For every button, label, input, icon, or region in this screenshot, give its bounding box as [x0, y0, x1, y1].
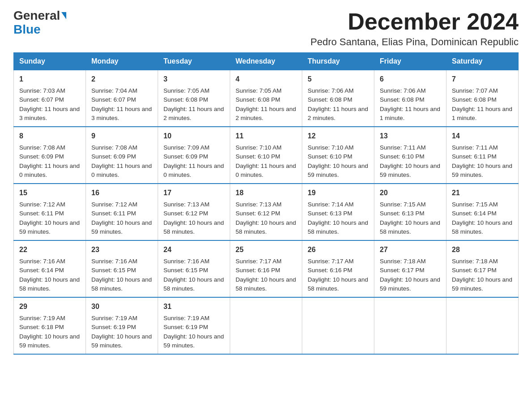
sunset-label: Sunset: 6:17 PM	[380, 267, 425, 274]
day-number: 4	[236, 74, 296, 85]
title-block: December 2024 Pedro Santana, Elias Pina,…	[310, 9, 519, 48]
table-row: 1 Sunrise: 7:03 AM Sunset: 6:07 PM Dayli…	[14, 70, 86, 127]
table-row: 7 Sunrise: 7:07 AM Sunset: 6:08 PM Dayli…	[446, 70, 519, 127]
sunrise-label: Sunrise: 7:18 AM	[452, 258, 498, 265]
sunset-label: Sunset: 6:16 PM	[308, 267, 352, 274]
day-number: 6	[380, 74, 441, 85]
table-row: 19 Sunrise: 7:14 AM Sunset: 6:13 PM Dayl…	[302, 184, 374, 240]
sunset-label: Sunset: 6:11 PM	[91, 210, 136, 217]
day-number: 14	[452, 131, 513, 141]
daylight-label: Daylight: 11 hours and 2 minutes.	[236, 106, 296, 121]
daylight-label: Daylight: 10 hours and 59 minutes.	[91, 219, 152, 235]
day-number: 9	[91, 131, 152, 141]
day-number: 20	[380, 188, 441, 198]
table-row: 24 Sunrise: 7:16 AM Sunset: 6:15 PM Dayl…	[158, 240, 230, 297]
sunrise-label: Sunrise: 7:19 AM	[19, 315, 65, 321]
day-number: 1	[19, 74, 80, 85]
daylight-label: Daylight: 10 hours and 58 minutes.	[308, 219, 368, 235]
table-row: 29 Sunrise: 7:19 AM Sunset: 6:18 PM Dayl…	[14, 297, 86, 354]
day-number: 31	[163, 301, 224, 312]
table-row: 23 Sunrise: 7:16 AM Sunset: 6:15 PM Dayl…	[86, 240, 158, 297]
daylight-label: Daylight: 11 hours and 1 minute.	[380, 106, 440, 121]
sunrise-label: Sunrise: 7:08 AM	[19, 144, 65, 151]
daylight-label: Daylight: 10 hours and 59 minutes.	[19, 219, 80, 235]
table-row: 31 Sunrise: 7:19 AM Sunset: 6:19 PM Dayl…	[158, 297, 230, 354]
table-row: 15 Sunrise: 7:12 AM Sunset: 6:11 PM Dayl…	[14, 184, 86, 240]
table-row: 30 Sunrise: 7:19 AM Sunset: 6:19 PM Dayl…	[86, 297, 158, 354]
sunset-label: Sunset: 6:08 PM	[308, 96, 352, 103]
table-row: 13 Sunrise: 7:11 AM Sunset: 6:10 PM Dayl…	[374, 127, 446, 184]
day-number: 17	[163, 188, 224, 198]
sunrise-label: Sunrise: 7:15 AM	[380, 201, 426, 208]
sunrise-label: Sunrise: 7:16 AM	[19, 258, 65, 265]
daylight-label: Daylight: 11 hours and 0 minutes.	[236, 163, 296, 178]
sunrise-label: Sunrise: 7:05 AM	[163, 87, 210, 94]
sunrise-label: Sunrise: 7:03 AM	[19, 87, 65, 94]
sunrise-label: Sunrise: 7:17 AM	[308, 258, 354, 265]
day-number: 30	[91, 301, 152, 312]
sunset-label: Sunset: 6:08 PM	[163, 96, 208, 103]
table-row: 20 Sunrise: 7:15 AM Sunset: 6:13 PM Dayl…	[374, 184, 446, 240]
table-row: 16 Sunrise: 7:12 AM Sunset: 6:11 PM Dayl…	[86, 184, 158, 240]
sunset-label: Sunset: 6:10 PM	[308, 153, 352, 160]
table-row: 18 Sunrise: 7:13 AM Sunset: 6:12 PM Dayl…	[230, 184, 302, 240]
sunset-label: Sunset: 6:10 PM	[236, 153, 280, 160]
sunrise-label: Sunrise: 7:11 AM	[452, 144, 498, 151]
daylight-label: Daylight: 11 hours and 0 minutes.	[163, 163, 224, 178]
calendar-week-row: 15 Sunrise: 7:12 AM Sunset: 6:11 PM Dayl…	[14, 184, 519, 240]
day-number: 15	[19, 188, 80, 198]
calendar-header-row: Sunday Monday Tuesday Wednesday Thursday…	[14, 53, 519, 70]
daylight-label: Daylight: 10 hours and 59 minutes.	[380, 163, 440, 178]
page-subtitle: Pedro Santana, Elias Pina, Dominican Rep…	[310, 36, 519, 48]
day-number: 2	[91, 74, 152, 85]
sunset-label: Sunset: 6:12 PM	[163, 210, 208, 217]
sunrise-label: Sunrise: 7:10 AM	[236, 144, 282, 151]
sunset-label: Sunset: 6:14 PM	[19, 267, 64, 274]
day-number: 8	[19, 131, 80, 141]
calendar-table: Sunday Monday Tuesday Wednesday Thursday…	[13, 52, 519, 355]
table-row: 2 Sunrise: 7:04 AM Sunset: 6:07 PM Dayli…	[86, 70, 158, 127]
table-row: 4 Sunrise: 7:05 AM Sunset: 6:08 PM Dayli…	[230, 70, 302, 127]
sunset-label: Sunset: 6:11 PM	[19, 210, 64, 217]
table-row	[230, 297, 302, 354]
daylight-label: Daylight: 10 hours and 59 minutes.	[308, 163, 368, 178]
sunrise-label: Sunrise: 7:11 AM	[380, 144, 426, 151]
page-title: December 2024	[310, 9, 519, 34]
sunrise-label: Sunrise: 7:12 AM	[91, 201, 137, 208]
sunset-label: Sunset: 6:13 PM	[380, 210, 425, 217]
day-number: 26	[308, 244, 369, 255]
table-row: 26 Sunrise: 7:17 AM Sunset: 6:16 PM Dayl…	[302, 240, 374, 297]
page-header: General Blue December 2024 Pedro Santana…	[13, 9, 519, 48]
table-row: 8 Sunrise: 7:08 AM Sunset: 6:09 PM Dayli…	[14, 127, 86, 184]
sunrise-label: Sunrise: 7:10 AM	[308, 144, 354, 151]
logo-general-text: General	[13, 9, 60, 23]
daylight-label: Daylight: 10 hours and 58 minutes.	[91, 276, 152, 292]
sunset-label: Sunset: 6:13 PM	[308, 210, 352, 217]
sunrise-label: Sunrise: 7:16 AM	[163, 258, 210, 265]
day-number: 21	[452, 188, 513, 198]
daylight-label: Daylight: 11 hours and 3 minutes.	[91, 106, 152, 121]
daylight-label: Daylight: 10 hours and 59 minutes.	[91, 333, 152, 349]
sunset-label: Sunset: 6:16 PM	[236, 267, 280, 274]
day-number: 5	[308, 74, 369, 85]
table-row: 5 Sunrise: 7:06 AM Sunset: 6:08 PM Dayli…	[302, 70, 374, 127]
sunset-label: Sunset: 6:15 PM	[91, 267, 136, 274]
day-number: 3	[163, 74, 224, 85]
col-sunday: Sunday	[14, 53, 86, 70]
logo-triangle-icon	[61, 12, 66, 19]
day-number: 18	[236, 188, 296, 198]
col-tuesday: Tuesday	[158, 53, 230, 70]
daylight-label: Daylight: 11 hours and 2 minutes.	[308, 106, 368, 121]
daylight-label: Daylight: 10 hours and 59 minutes.	[452, 163, 512, 178]
day-number: 29	[19, 301, 80, 312]
sunrise-label: Sunrise: 7:07 AM	[452, 87, 498, 94]
sunrise-label: Sunrise: 7:06 AM	[380, 87, 426, 94]
sunrise-label: Sunrise: 7:12 AM	[19, 201, 65, 208]
day-number: 23	[91, 244, 152, 255]
sunset-label: Sunset: 6:19 PM	[91, 324, 136, 330]
sunrise-label: Sunrise: 7:18 AM	[380, 258, 426, 265]
daylight-label: Daylight: 10 hours and 58 minutes.	[19, 276, 80, 292]
calendar-week-row: 1 Sunrise: 7:03 AM Sunset: 6:07 PM Dayli…	[14, 70, 519, 127]
table-row	[302, 297, 374, 354]
day-number: 7	[452, 74, 513, 85]
